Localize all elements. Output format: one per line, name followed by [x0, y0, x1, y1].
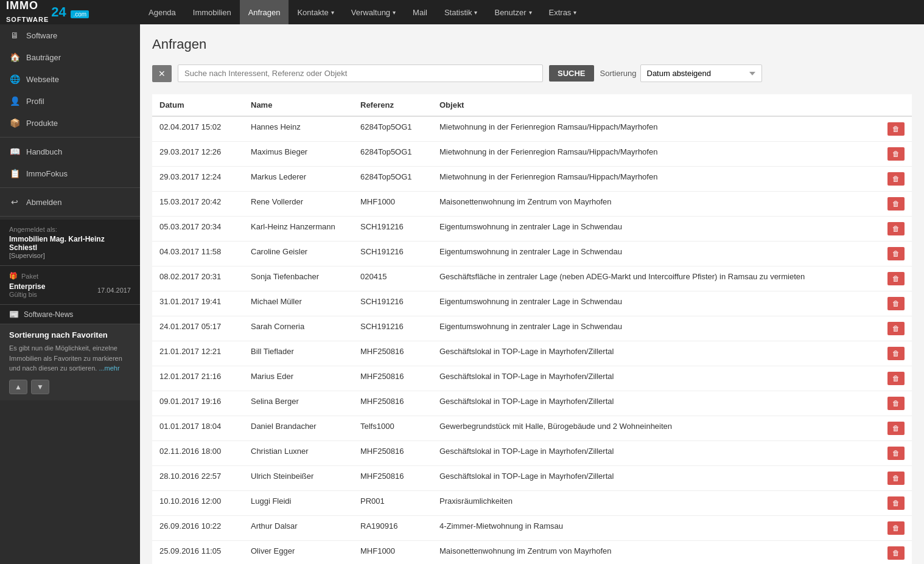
cell-referenz: MHF1000 — [353, 192, 432, 217]
cell-name: Markus Lederer — [243, 167, 353, 192]
sidebar-item-handbuch[interactable]: 📖 Handbuch — [0, 141, 140, 162]
search-button[interactable]: SUCHE — [549, 65, 594, 82]
delete-button[interactable]: 🗑 — [887, 521, 905, 535]
sidebar-item-software[interactable]: 🖥 Software — [0, 24, 140, 46]
nav-immobilien[interactable]: Immobilien — [184, 0, 240, 24]
cell-name: Luggi Fleidi — [243, 491, 353, 516]
delete-button[interactable]: 🗑 — [887, 172, 905, 186]
logo[interactable]: IMMOSOFTWARE 24 .com — [0, 0, 140, 24]
abmelden-icon: ↩ — [9, 197, 20, 207]
sidebar-item-label: Bauträger — [26, 53, 61, 62]
cell-datum: 05.03.2017 20:34 — [152, 217, 243, 242]
angemeldet-label: Angemeldet als: — [9, 226, 131, 233]
cell-name: Ulrich Steinbeißer — [243, 466, 353, 491]
cell-datum: 01.01.2017 18:04 — [152, 416, 243, 441]
delete-button[interactable]: 🗑 — [887, 147, 905, 161]
nav-kontakte[interactable]: Kontakte ▾ — [289, 0, 342, 24]
delete-button[interactable]: 🗑 — [887, 422, 905, 435]
delete-button[interactable]: 🗑 — [887, 322, 905, 335]
angemeldet-role: [Supervisor] — [9, 252, 131, 259]
sort-select[interactable]: Datum absteigend Datum aufsteigend Name … — [640, 64, 762, 82]
cell-referenz: SCH191216 — [353, 291, 432, 316]
search-input[interactable] — [178, 64, 543, 82]
delete-button[interactable]: 🗑 — [887, 122, 905, 136]
delete-button[interactable]: 🗑 — [887, 272, 905, 285]
delete-button[interactable]: 🗑 — [887, 372, 905, 385]
delete-button[interactable]: 🗑 — [887, 472, 905, 485]
angemeldet-section: Angemeldet als: Immobilien Mag. Karl-Hei… — [0, 220, 140, 265]
nav-mail[interactable]: Mail — [404, 0, 436, 24]
main-layout: 🖥 Software 🏠 Bauträger 🌐 Webseite 👤 Prof… — [0, 24, 924, 564]
cell-name: Arthur Dalsar — [243, 516, 353, 541]
delete-button[interactable]: 🗑 — [887, 197, 905, 211]
search-bar: ✕ SUCHE Sortierung Datum absteigend Datu… — [152, 64, 912, 82]
logo-badge: .com — [71, 10, 89, 18]
sidebar-item-profil[interactable]: 👤 Profil — [0, 90, 140, 112]
cell-objekt: Mietwohnung in der Ferienregion Ramsau/H… — [432, 167, 880, 192]
nav-statistik[interactable]: Statistik ▾ — [436, 0, 486, 24]
main-content: Anfragen ✕ SUCHE Sortierung Datum abstei… — [140, 24, 924, 564]
caret-icon: ▾ — [331, 9, 334, 16]
cell-objekt: Geschäftslokal in TOP-Lage in Mayrhofen/… — [432, 366, 880, 391]
cell-objekt: Eigentumswohnung in zentraler Lage in Sc… — [432, 217, 880, 242]
table-header: Datum Name Referenz Objekt — [152, 94, 912, 116]
sortierung-title: Sortierung nach Favoriten — [9, 330, 131, 339]
delete-button[interactable]: 🗑 — [887, 447, 905, 460]
delete-button[interactable]: 🗑 — [887, 546, 905, 560]
cell-referenz: RA190916 — [353, 516, 432, 541]
profil-icon: 👤 — [9, 96, 20, 106]
cell-referenz: MHF1000 — [353, 541, 432, 565]
cell-name: Maximus Bieger — [243, 142, 353, 167]
cell-name: Oliver Egger — [243, 541, 353, 565]
delete-button[interactable]: 🗑 — [887, 496, 905, 510]
paket-icon: 🎁 — [9, 272, 18, 280]
delete-button[interactable]: 🗑 — [887, 347, 905, 360]
nav-extras[interactable]: Extras ▾ — [541, 0, 586, 24]
cell-objekt: Praxisräumlichkeiten — [432, 491, 880, 516]
software-news-item[interactable]: 📰 Software-News — [0, 304, 140, 324]
produkte-icon: 📦 — [9, 118, 20, 128]
cell-referenz: 6284Top5OG1 — [353, 167, 432, 192]
anfragen-table: Datum Name Referenz Objekt 02.04.2017 15… — [152, 94, 912, 564]
cell-name: Michael Müller — [243, 291, 353, 316]
table-body: 02.04.2017 15:02 Hannes Heinz 6284Top5OG… — [152, 116, 912, 564]
sidebar-item-produkte[interactable]: 📦 Produkte — [0, 112, 140, 134]
cell-action: 🗑 — [880, 341, 912, 366]
caret-icon: ▾ — [573, 9, 576, 16]
table-row: 02.11.2016 18:00 Christian Luxner MHF250… — [152, 441, 912, 466]
arrow-up-button[interactable]: ▲ — [9, 380, 27, 394]
sidebar-item-webseite[interactable]: 🌐 Webseite — [0, 68, 140, 90]
delete-button[interactable]: 🗑 — [887, 247, 905, 260]
cell-name: Selina Berger — [243, 391, 353, 416]
nav-anfragen[interactable]: Anfragen — [240, 0, 289, 24]
delete-button[interactable]: 🗑 — [887, 297, 905, 310]
mehr-link[interactable]: ...mehr — [99, 364, 119, 372]
cell-action: 🗑 — [880, 391, 912, 416]
sidebar-item-abmelden[interactable]: ↩ Abmelden — [0, 191, 140, 213]
cell-name: Bill Tieflader — [243, 341, 353, 366]
nav-agenda[interactable]: Agenda — [140, 0, 184, 24]
cell-objekt: Geschäftslokal in TOP-Lage in Mayrhofen/… — [432, 391, 880, 416]
sidebar-item-bautraeger[interactable]: 🏠 Bauträger — [0, 46, 140, 68]
cell-action: 🗑 — [880, 516, 912, 541]
cell-action: 🗑 — [880, 541, 912, 565]
delete-button[interactable]: 🗑 — [887, 397, 905, 410]
table-row: 28.10.2016 22:57 Ulrich Steinbeißer MHF2… — [152, 466, 912, 491]
cell-name: Marius Eder — [243, 366, 353, 391]
table-row: 15.03.2017 20:42 Rene Vollerder MHF1000 … — [152, 192, 912, 217]
col-action-header — [880, 94, 912, 116]
nav-verwaltung[interactable]: Verwaltung ▾ — [343, 0, 404, 24]
cell-objekt: Mietwohnung in der Ferienregion Ramsau/H… — [432, 116, 880, 142]
cell-referenz: SCH191216 — [353, 217, 432, 242]
cell-datum: 08.02.2017 20:31 — [152, 266, 243, 291]
nav-benutzer[interactable]: Benutzer ▾ — [486, 0, 540, 24]
arrow-down-button[interactable]: ▼ — [31, 380, 49, 394]
sidebar-item-immofokus[interactable]: 📋 ImmoFokus — [0, 162, 140, 184]
page-title: Anfragen — [152, 37, 912, 52]
cell-action: 🗑 — [880, 291, 912, 316]
sidebar-divider — [0, 137, 140, 138]
logo-text: IMMOSOFTWARE — [6, 0, 49, 25]
search-clear-button[interactable]: ✕ — [152, 65, 172, 82]
table-row: 24.01.2017 05:17 Sarah Corneria SCH19121… — [152, 316, 912, 341]
delete-button[interactable]: 🗑 — [887, 222, 905, 235]
